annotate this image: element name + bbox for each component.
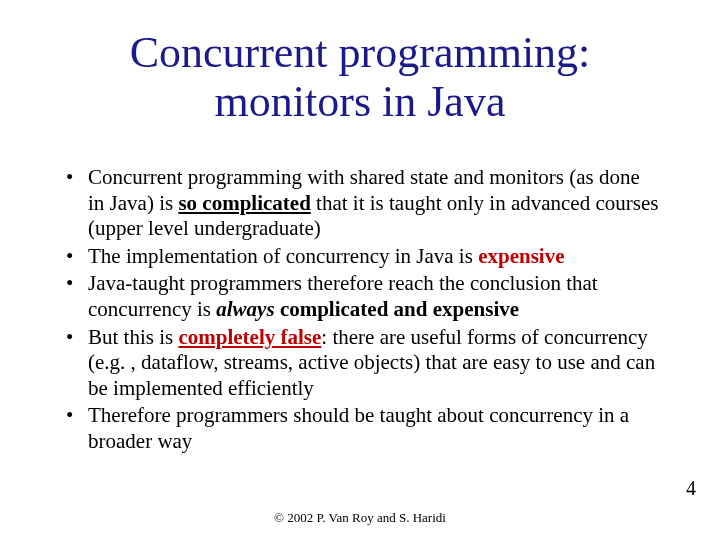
emphasis-text: expensive (478, 244, 564, 268)
list-item: Therefore programmers should be taught a… (60, 403, 660, 454)
bullet-list: Concurrent programming with shared state… (60, 165, 660, 455)
list-item: The implementation of concurrency in Jav… (60, 244, 660, 270)
emphasis-text: completely false (178, 325, 321, 349)
emphasis-text: complicated and expensive (280, 297, 519, 321)
slide: Concurrent programming: monitors in Java… (0, 0, 720, 540)
slide-body: Concurrent programming with shared state… (60, 165, 660, 457)
list-item: Java-taught programmers therefore reach … (60, 271, 660, 322)
title-line-2: monitors in Java (215, 77, 506, 126)
page-number: 4 (686, 477, 696, 500)
title-line-1: Concurrent programming: (130, 28, 591, 77)
list-item: Concurrent programming with shared state… (60, 165, 660, 242)
bullet-text: But this is (88, 325, 178, 349)
list-item: But this is completely false: there are … (60, 325, 660, 402)
emphasis-text: always (216, 297, 274, 321)
emphasis-text: so complicated (178, 191, 310, 215)
slide-title: Concurrent programming: monitors in Java (0, 28, 720, 127)
footer-copyright: © 2002 P. Van Roy and S. Haridi (0, 510, 720, 526)
bullet-text: The implementation of concurrency in Jav… (88, 244, 478, 268)
bullet-text: Therefore programmers should be taught a… (88, 403, 629, 453)
